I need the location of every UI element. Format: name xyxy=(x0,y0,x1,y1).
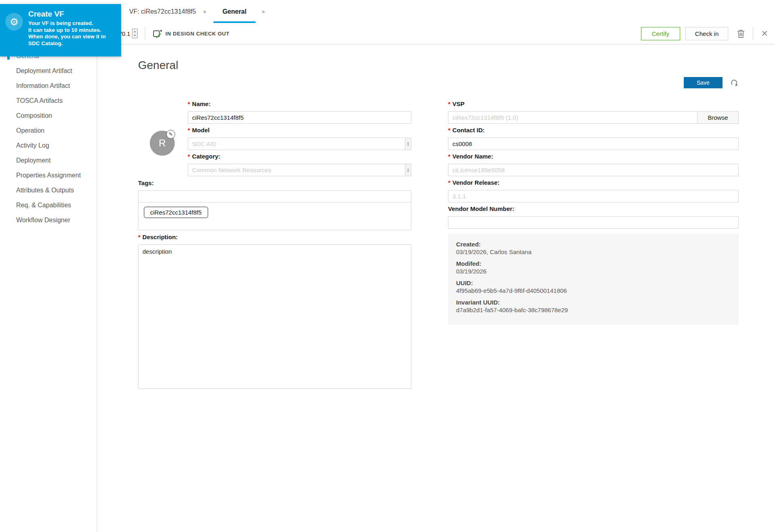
sidebar-item-operation[interactable]: Operation xyxy=(0,123,97,138)
name-label: * Name: xyxy=(188,100,411,108)
required-asterisk: * xyxy=(138,234,140,241)
sidebar-item-label: Information Artifact xyxy=(16,82,70,90)
description-label: * Description: xyxy=(138,234,411,241)
toolbar-actions: Certify Check in × xyxy=(641,27,775,40)
sidebar-item-label: Workflow Designer xyxy=(16,217,70,224)
select-spinner-icon: ▲▼ xyxy=(405,138,411,150)
vendor-name-input xyxy=(448,164,739,176)
toast-body: Create VF Your VF is being created. It c… xyxy=(28,10,115,47)
sidebar-item-workflow-designer[interactable]: Workflow Designer xyxy=(0,213,97,227)
tags-field: Tags: ciRes72cc1314f8f5 xyxy=(138,179,411,230)
toolbar-divider xyxy=(753,27,753,40)
sidebar-item-deployment[interactable]: Deployment xyxy=(0,153,97,168)
sidebar-item-label: Properties Assignment xyxy=(16,172,81,179)
checkout-pencil-icon xyxy=(153,29,162,38)
tab-general-label: General xyxy=(222,8,247,15)
vendor-name-field: * Vendor Name: xyxy=(448,153,739,176)
toast-message: Your VF is being created. It can take up… xyxy=(28,20,115,47)
create-vf-toast: ⚙ Create VF Your VF is being created. It… xyxy=(0,4,121,56)
tab-vf-label: VF: ciRes72cc1314f8f5 xyxy=(129,8,196,15)
resource-avatar: R ✎ xyxy=(150,131,175,156)
version-spinner[interactable]: ▲▼ xyxy=(132,29,138,38)
check-in-button[interactable]: Check in xyxy=(685,27,728,40)
sidebar-item-composition[interactable]: Composition xyxy=(0,108,97,123)
browse-button[interactable]: Browse xyxy=(697,111,739,124)
form-left-column: R ✎ * Name: * Model SDC AI xyxy=(138,100,411,393)
sidebar-item-label: Attributes & Outputs xyxy=(16,187,74,194)
lifecycle-status: IN DESIGN CHECK OUT xyxy=(153,29,230,38)
tags-chips-area: ciRes72cc1314f8f5 xyxy=(138,202,411,230)
tab-vf-breadcrumb[interactable]: VF: ciRes72cc1314f8f5 xyxy=(128,0,197,23)
vendor-model-number-label: Vendor Model Number: xyxy=(448,205,739,213)
sidebar-item-tosca-artifacts[interactable]: TOSCA Artifacts xyxy=(0,93,97,108)
vendor-release-input xyxy=(448,190,739,202)
general-form: R ✎ * Name: * Model SDC AI xyxy=(138,100,739,393)
required-asterisk: * xyxy=(448,179,450,186)
page-title: General xyxy=(138,58,775,72)
meta-created: Created: 03/19/2026, Carlos Santana xyxy=(456,240,731,256)
meta-invariant-uuid: Invariant UUID: d7a9b2d1-fa57-4069-bafc-… xyxy=(456,298,731,314)
vendor-name-label: * Vendor Name: xyxy=(448,153,739,160)
model-select: SDC AID ▲▼ xyxy=(188,138,411,150)
meta-modified: Modifed: 03/19/2026 xyxy=(456,260,731,275)
description-textarea[interactable]: description xyxy=(138,244,411,389)
tab-general[interactable]: General xyxy=(214,0,256,23)
save-row: Save xyxy=(98,77,739,88)
required-asterisk: * xyxy=(188,100,190,108)
name-field: * Name: xyxy=(188,100,411,124)
tag-chip[interactable]: ciRes72cc1314f8f5 xyxy=(144,207,208,218)
category-value: Common Network Resources xyxy=(188,167,271,173)
caret-right-icon: ▶ xyxy=(203,9,207,14)
category-label: * Category: xyxy=(188,153,411,160)
tags-input[interactable] xyxy=(138,191,411,202)
form-right-column: * VSP Browse * Contact ID: xyxy=(448,100,739,393)
status-label: IN DESIGN CHECK OUT xyxy=(165,31,230,37)
model-field: * Model SDC AID ▲▼ xyxy=(188,127,411,150)
vendor-release-label: * Vendor Release: xyxy=(448,179,739,186)
sidebar-item-label: Operation xyxy=(16,127,44,134)
required-asterisk: * xyxy=(448,100,450,108)
sidebar-item-req-capabilities[interactable]: Req. & Capabilities xyxy=(0,198,97,213)
category-select: Common Network Resources ▲▼ xyxy=(188,164,411,176)
toast-title: Create VF xyxy=(28,10,115,19)
tags-label: Tags: xyxy=(138,179,411,187)
sidebar-item-label: Composition xyxy=(16,112,52,119)
general-content-area: General Save R ✎ * Name: xyxy=(98,44,775,532)
sidebar-item-activity-log[interactable]: Activity Log xyxy=(0,138,97,153)
required-asterisk: * xyxy=(448,153,450,160)
vsp-label: * VSP xyxy=(448,100,739,108)
vsp-input xyxy=(448,111,698,124)
contact-id-label: * Contact ID: xyxy=(448,127,739,134)
category-field: * Category: Common Network Resources ▲▼ xyxy=(188,153,411,176)
close-icon[interactable]: × xyxy=(761,29,768,38)
contact-id-input[interactable] xyxy=(448,138,739,150)
contact-id-field: * Contact ID: xyxy=(448,127,739,150)
vendor-model-number-field: Vendor Model Number: xyxy=(448,205,739,229)
name-input[interactable] xyxy=(188,111,411,124)
model-label: * Model xyxy=(188,127,411,134)
sdc-vf-general-page: VF: ciRes72cc1314f8f5 ▶ General ▶ V0.1 ▲… xyxy=(0,0,775,532)
sidebar-item-deployment-artifact[interactable]: Deployment Artifact xyxy=(0,63,97,78)
sidebar-item-label: TOSCA Artifacts xyxy=(16,97,63,104)
sidebar-item-label: Deployment Artifact xyxy=(16,67,72,75)
vendor-model-number-input[interactable] xyxy=(448,216,739,229)
vsp-field: * VSP Browse xyxy=(448,100,739,124)
required-asterisk: * xyxy=(188,127,190,134)
metadata-panel: Created: 03/19/2026, Carlos Santana Modi… xyxy=(448,234,739,325)
sidebar-item-information-artifact[interactable]: Information Artifact xyxy=(0,78,97,93)
caret-right-icon: ▶ xyxy=(262,9,266,14)
pencil-icon[interactable]: ✎ xyxy=(166,130,175,139)
tags-box: ciRes72cc1314f8f5 xyxy=(138,190,411,230)
certify-button[interactable]: Certify xyxy=(641,27,680,40)
toolbar-divider xyxy=(145,27,145,40)
save-button[interactable]: Save xyxy=(684,77,723,88)
trash-icon[interactable] xyxy=(737,29,745,38)
description-field: * Description: description xyxy=(138,234,411,390)
sidebar-item-attributes-outputs[interactable]: Attributes & Outputs xyxy=(0,183,97,198)
select-spinner-icon: ▲▼ xyxy=(405,164,411,176)
sidebar-item-label: Req. & Capabilities xyxy=(16,202,71,209)
revert-icon[interactable] xyxy=(730,78,739,87)
left-nav-sidebar: General Deployment Artifact Information … xyxy=(0,44,97,532)
sidebar-item-label: Activity Log xyxy=(16,142,49,149)
sidebar-item-properties-assignment[interactable]: Properties Assignment xyxy=(0,168,97,183)
